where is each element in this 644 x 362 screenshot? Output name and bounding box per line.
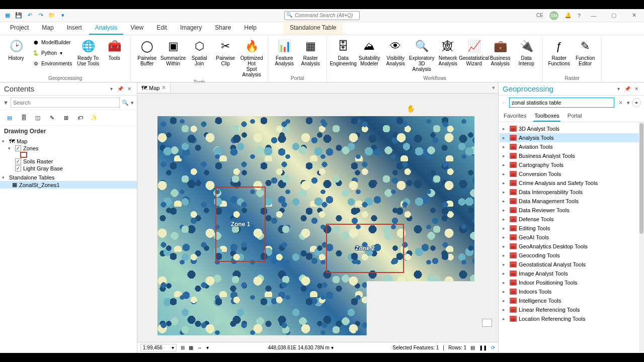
visibility-checkbox[interactable]: ✓: [15, 145, 21, 151]
expander-icon[interactable]: ▸: [503, 162, 508, 167]
user-avatar[interactable]: SM: [549, 11, 558, 20]
expander-icon[interactable]: ▸: [503, 253, 508, 258]
save-icon[interactable]: 💾: [14, 11, 23, 20]
toolbox-data-management-tools[interactable]: ▸🧰Data Management Tools: [500, 197, 643, 206]
toolbox-linear-referencing-tools[interactable]: ▸🧰Linear Referencing Tools: [500, 305, 643, 314]
ribbon-tab-imagery[interactable]: Imagery: [174, 22, 208, 35]
redo-icon[interactable]: ↷: [36, 11, 45, 20]
app-icon[interactable]: ▦: [3, 11, 12, 20]
toolbox-geocoding-tools[interactable]: ▸🧰Geocoding Tools: [500, 251, 643, 260]
zone-2-feature[interactable]: Zone 2: [326, 224, 404, 273]
dropdown-icon[interactable]: ▾: [615, 85, 622, 93]
toolbox-list[interactable]: ▸🧰3D Analyst Tools▸🧰Analysis Tools▸🧰Avia…: [499, 122, 644, 353]
business-analysis-button[interactable]: 💼Business Analysis: [488, 37, 512, 67]
expander-icon[interactable]: ▸: [503, 135, 508, 140]
close-pane-icon[interactable]: ✕: [126, 85, 133, 93]
filter-icon[interactable]: ▼: [3, 100, 9, 106]
gp-tab-portal[interactable]: Portal: [567, 111, 583, 122]
expander-icon[interactable]: ▸: [503, 144, 508, 149]
history-button[interactable]: 🕑 History: [4, 37, 28, 62]
expander-icon[interactable]: ▸: [503, 153, 508, 158]
command-search-input[interactable]: [284, 11, 360, 20]
toolbox-data-reviewer-tools[interactable]: ▸🧰Data Reviewer Tools: [500, 206, 643, 215]
expander-icon[interactable]: ▸: [503, 190, 508, 195]
status-tool-icon[interactable]: ↔: [197, 345, 202, 350]
contents-search-input[interactable]: [11, 98, 120, 108]
raster-functions-button[interactable]: ƒRaster Functions: [547, 37, 571, 67]
toolbox-image-analyst-tools[interactable]: ▸🧰Image Analyst Tools: [500, 269, 643, 278]
ribbon-tab-insert[interactable]: Insert: [61, 22, 88, 35]
toolbox-business-analyst-tools[interactable]: ▸🧰Business Analyst Tools: [500, 151, 643, 160]
pin-icon[interactable]: 📌: [117, 85, 124, 93]
function-editor-button[interactable]: ✎Function Editor: [573, 37, 597, 67]
pairwise-clip-button[interactable]: ✂Pairwise Clip: [213, 37, 237, 67]
expander-icon[interactable]: ▸: [503, 217, 508, 222]
ribbon-tab-analysis[interactable]: Analysis: [89, 22, 124, 35]
geostatistical-wizard-button[interactable]: 📈Geostatistical Wizard: [462, 37, 486, 67]
geoprocessing-search-input[interactable]: [509, 98, 614, 108]
back-icon[interactable]: ←: [502, 100, 507, 106]
toolbox-indoor-positioning-tools[interactable]: ▸🧰Indoor Positioning Tools: [500, 278, 643, 287]
modelbuilder-button[interactable]: ⬢ModelBuilder: [30, 37, 74, 47]
toolbox-location-referencing-tools[interactable]: ▸🧰Location Referencing Tools: [500, 314, 643, 323]
gp-tab-favorites[interactable]: Favorites: [503, 111, 527, 122]
ready-to-use-button[interactable]: 🌐 Ready To Use Tools: [76, 37, 100, 67]
spatial-join-button[interactable]: ⬡Spatial Join: [187, 37, 211, 67]
expander-icon[interactable]: ▾: [8, 146, 13, 151]
expander-icon[interactable]: ▾: [2, 175, 7, 180]
search-dropdown-icon[interactable]: ▾: [627, 100, 630, 106]
raster-analysis-button[interactable]: ▦Raster Analysis: [298, 37, 323, 67]
map-node[interactable]: ▾ 🗺 Map: [0, 138, 137, 145]
toolbox-geoai-tools[interactable]: ▸🧰GeoAI Tools: [500, 233, 643, 242]
help-icon[interactable]: ?: [578, 13, 581, 19]
toolbox-indoors-tools[interactable]: ▸🧰Indoors Tools: [500, 287, 643, 296]
expander-icon[interactable]: ▸: [503, 180, 508, 186]
user-initials[interactable]: CE: [536, 13, 543, 18]
toolbox-geoanalytics-desktop-tools[interactable]: ▸🧰GeoAnalytics Desktop Tools: [500, 242, 643, 251]
layer-zones[interactable]: ▾✓Zones: [0, 145, 137, 152]
list-selection-icon[interactable]: ◫: [32, 112, 43, 123]
attribute-table-icon[interactable]: [482, 319, 492, 327]
list-drawing-order-icon[interactable]: ▤: [4, 112, 15, 123]
expander-icon[interactable]: ▸: [503, 208, 508, 213]
standalone-table-item[interactable]: ▦ZonalSt_Zones1: [0, 181, 137, 189]
layer-light-gray-base[interactable]: ✓Light Gray Base: [0, 165, 137, 172]
toolbox-aviation-tools[interactable]: ▸🧰Aviation Tools: [500, 142, 643, 151]
zone-1-feature[interactable]: Zone 1: [215, 187, 266, 262]
add-tool-icon[interactable]: +: [632, 98, 641, 107]
feature-analysis-button[interactable]: 📊Feature Analysis: [272, 37, 296, 67]
toolbox-editing-tools[interactable]: ▸🧰Editing Tools: [500, 224, 643, 233]
expander-icon[interactable]: ▸: [503, 262, 508, 267]
expander-icon[interactable]: ▸: [503, 316, 508, 321]
scale-combo[interactable]: 1:99,456▾: [140, 344, 177, 351]
ribbon-tab-help[interactable]: Help: [238, 22, 263, 35]
open-icon[interactable]: 📁: [47, 11, 56, 20]
toolbox-cartography-tools[interactable]: ▸🧰Cartography Tools: [500, 160, 643, 169]
toolbox-conversion-tools[interactable]: ▸🧰Conversion Tools: [500, 169, 643, 178]
notifications-icon[interactable]: 🔔: [565, 12, 572, 19]
dropdown-icon[interactable]: ▾: [131, 100, 134, 106]
status-tool-icon[interactable]: ⊞: [181, 345, 185, 350]
contextual-tab-standalone-table[interactable]: Standalone Table: [284, 22, 343, 35]
list-perspective-icon[interactable]: ✨: [89, 112, 100, 123]
layer-soils-raster[interactable]: ✓Soils Raster: [0, 158, 137, 165]
toolbox-analysis-tools[interactable]: ▸🧰Analysis Tools: [500, 133, 643, 142]
ribbon-tab-view[interactable]: View: [124, 22, 149, 35]
expander-icon[interactable]: ▸: [503, 199, 508, 204]
scrollbar[interactable]: [639, 122, 644, 353]
expander-icon[interactable]: ▸: [503, 271, 508, 276]
map-canvas[interactable]: Zone 1 Zone 2 ✋: [137, 94, 498, 342]
list-snapping-icon[interactable]: ⊞: [60, 112, 71, 123]
toolbox-geostatistical-analyst-tools[interactable]: ▸🧰Geostatistical Analyst Tools: [500, 260, 643, 269]
visibility-analysis-button[interactable]: 👁Visibility Analysis: [383, 37, 408, 67]
close-pane-icon[interactable]: ✕: [633, 85, 640, 93]
tools-button[interactable]: 🧰 Tools: [102, 37, 126, 62]
ribbon-tab-share[interactable]: Share: [209, 22, 237, 35]
minimize-button[interactable]: —: [587, 10, 601, 21]
suitability-modeler-button[interactable]: ⛰Suitability Modeler: [357, 37, 381, 67]
toolbox-intelligence-tools[interactable]: ▸🧰Intelligence Tools: [500, 296, 643, 305]
close-tab-icon[interactable]: ✕: [162, 84, 166, 91]
data-interop-button[interactable]: 🔌Data Interop: [514, 37, 538, 67]
expander-icon[interactable]: ▾: [2, 139, 7, 144]
environments-button[interactable]: ⚙Environments: [30, 58, 74, 68]
